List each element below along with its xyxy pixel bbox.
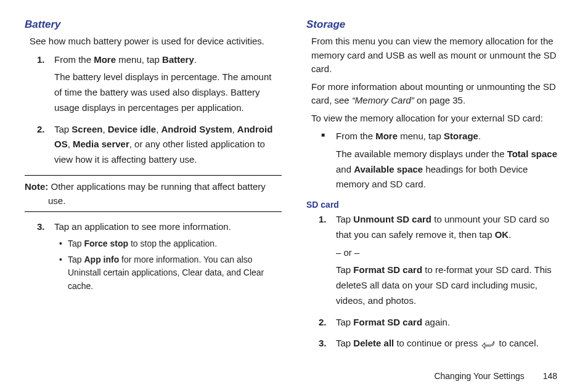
sq-body: From the More menu, tap Storage. — [336, 131, 481, 141]
text: Tap — [54, 124, 71, 134]
text: , — [232, 124, 237, 134]
step-body: Tap Screen, Device idle, Android System,… — [54, 122, 282, 168]
storage-square-list: From the More menu, tap Storage. The ava… — [306, 129, 563, 192]
sdcard-step-1: 1. Tap Unmount SD card to unmount your S… — [336, 212, 563, 309]
sdcard-heading: SD card — [306, 200, 563, 210]
text: Tap — [336, 338, 353, 348]
bullets: Tap Force stop to stop the application. … — [54, 237, 282, 293]
page-footer: Changing Your Settings 148 — [434, 371, 557, 381]
text: menu, tap — [398, 131, 444, 141]
step-cont: The battery level displays in percentage… — [54, 70, 282, 115]
step-number: 3. — [319, 336, 327, 351]
bold-device-idle: Device idle — [108, 124, 156, 134]
text: . — [478, 131, 481, 141]
sq-cont: The available memory displays under the … — [336, 147, 563, 192]
bold-more: More — [94, 54, 116, 65]
step-alt: Tap Format SD card to re-format your SD … — [336, 263, 563, 308]
step-number: 1. — [37, 52, 45, 68]
bold-format-sd: Format SD card — [353, 317, 422, 327]
text: again. — [422, 317, 450, 327]
storage-heading: Storage — [306, 18, 563, 31]
text: to cancel. — [496, 338, 538, 348]
or-separator: – or – — [336, 245, 563, 261]
page-number: 148 — [543, 371, 557, 381]
note-text: Other applications may be running that a… — [48, 181, 266, 206]
step-body: Tap Delete all to continue or press to c… — [336, 336, 563, 351]
text: Tap — [336, 214, 353, 224]
text: to continue or press — [394, 338, 480, 348]
text: to stop the application. — [128, 239, 217, 248]
bold-unmount-sd: Unmount SD card — [353, 214, 431, 224]
bold-format-sd: Format SD card — [353, 264, 422, 275]
text: on page 35. — [414, 95, 465, 105]
text: Tap — [336, 264, 353, 275]
text: , — [68, 139, 73, 149]
bold-ok: OK — [495, 229, 509, 240]
step-body: Tap Unmount SD card to unmount your SD c… — [336, 212, 563, 243]
text: . — [508, 229, 511, 240]
step-body: Tap an application to see more informati… — [54, 219, 282, 235]
note-box: Note: Other applications may be running … — [25, 175, 282, 213]
note-label: Note: — [25, 181, 51, 192]
left-column: Battery See how much battery power is us… — [25, 18, 282, 357]
bullet-app-info: Tap App info for more information. You c… — [59, 253, 282, 293]
bold-app-info: App info — [84, 255, 119, 264]
step-number: 2. — [319, 315, 327, 330]
sdcard-step-3: 3. Tap Delete all to continue or press t… — [336, 336, 563, 351]
battery-heading: Battery — [25, 18, 282, 31]
text: From the — [54, 54, 94, 65]
sdcard-steps: 1. Tap Unmount SD card to unmount your S… — [306, 212, 563, 351]
storage-p2: For more information about mounting or u… — [311, 80, 563, 108]
bold-screen: Screen — [71, 124, 102, 134]
bullet-force-stop: Tap Force stop to stop the application. — [59, 237, 282, 251]
sdcard-step-2: 2. Tap Format SD card again. — [336, 315, 563, 330]
step-body: From the More menu, tap Battery. — [54, 52, 282, 68]
battery-step-3: 3. Tap an application to see more inform… — [54, 219, 282, 293]
bold-media-server: Media server — [73, 139, 129, 149]
text: and — [336, 164, 354, 174]
step-number: 1. — [319, 212, 327, 227]
text: menu, tap — [116, 54, 162, 65]
bold-delete-all: Delete all — [353, 338, 394, 348]
battery-step-2: 2. Tap Screen, Device idle, Android Syst… — [54, 122, 282, 168]
text: Tap — [68, 255, 84, 264]
text: . — [194, 54, 197, 65]
step-number: 2. — [37, 122, 45, 137]
text: The available memory displays under the — [336, 149, 507, 159]
battery-steps-cont: 3. Tap an application to see more inform… — [25, 219, 282, 293]
step-body: Tap Format SD card again. — [336, 315, 563, 330]
text: Tap — [336, 317, 353, 327]
text: Tap — [68, 239, 84, 248]
right-column: Storage From this menu you can view the … — [306, 18, 563, 357]
bold-available-space: Available space — [354, 164, 423, 174]
italic-memory-card: “Memory Card” — [352, 95, 414, 105]
bold-total-space: Total space — [507, 149, 557, 159]
bold-more: More — [375, 131, 398, 141]
bold-storage: Storage — [444, 131, 478, 141]
note-body: Note: Other applications may be running … — [25, 179, 282, 208]
chapter-title: Changing Your Settings — [434, 371, 524, 381]
battery-step-1: 1. From the More menu, tap Battery. The … — [54, 52, 282, 116]
text: From the — [336, 131, 375, 141]
storage-sq-item: From the More menu, tap Storage. The ava… — [336, 129, 563, 192]
battery-intro: See how much battery power is used for d… — [30, 35, 282, 49]
bold-android-system: Android System — [161, 124, 232, 134]
battery-steps: 1. From the More menu, tap Battery. The … — [25, 52, 282, 168]
bold-battery: Battery — [162, 54, 194, 65]
step-number: 3. — [37, 219, 45, 235]
storage-p1: From this menu you can view the memory a… — [311, 35, 563, 76]
text: , — [102, 124, 107, 134]
storage-p3: To view the memory allocation for your e… — [311, 112, 563, 126]
bold-force-stop: Force stop — [84, 239, 128, 248]
page-columns: Battery See how much battery power is us… — [25, 18, 563, 357]
back-icon — [481, 339, 495, 349]
